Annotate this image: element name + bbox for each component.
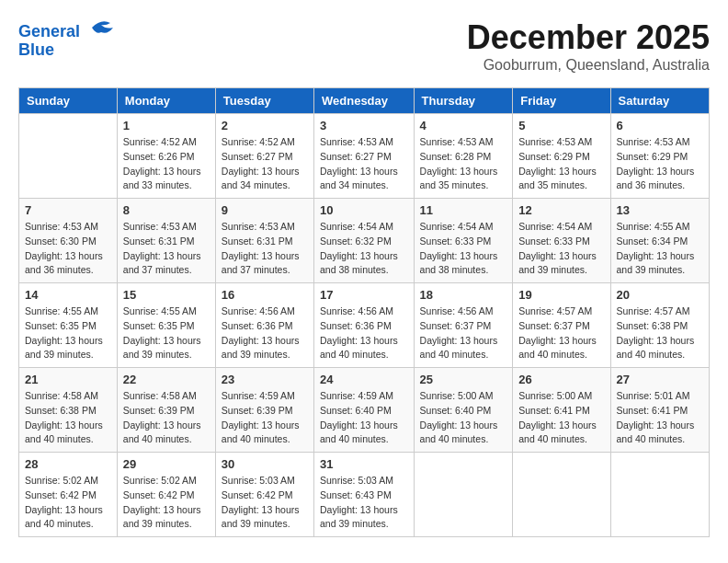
day-info: Sunrise: 4:56 AMSunset: 6:36 PMDaylight:…: [320, 304, 408, 362]
calendar-cell: 22Sunrise: 4:58 AMSunset: 6:39 PMDayligh…: [117, 368, 215, 453]
calendar-header-thursday: Thursday: [414, 88, 513, 114]
calendar-cell: 12Sunrise: 4:54 AMSunset: 6:33 PMDayligh…: [513, 199, 610, 283]
day-number: 26: [518, 373, 604, 386]
day-number: 15: [123, 288, 210, 302]
calendar-cell: 15Sunrise: 4:55 AMSunset: 6:35 PMDayligh…: [117, 283, 215, 368]
day-number: 11: [420, 203, 507, 217]
day-number: 9: [222, 203, 308, 217]
day-info: Sunrise: 4:53 AMSunset: 6:31 PMDaylight:…: [222, 220, 308, 278]
day-number: 31: [320, 457, 408, 471]
location-title: Gooburrum, Queensland, Australia: [467, 57, 710, 74]
day-number: 7: [25, 203, 111, 217]
calendar-cell: 31Sunrise: 5:03 AMSunset: 6:43 PMDayligh…: [314, 453, 415, 537]
day-number: 5: [518, 119, 604, 132]
calendar-cell: 29Sunrise: 5:02 AMSunset: 6:42 PMDayligh…: [117, 453, 215, 537]
calendar-cell: 3Sunrise: 4:53 AMSunset: 6:27 PMDaylight…: [314, 114, 415, 199]
day-number: 29: [123, 457, 210, 471]
day-number: 17: [320, 288, 408, 302]
logo-line1: General: [18, 18, 115, 41]
day-number: 23: [222, 373, 308, 386]
calendar-cell: 23Sunrise: 4:59 AMSunset: 6:39 PMDayligh…: [215, 368, 313, 453]
day-info: Sunrise: 5:02 AMSunset: 6:42 PMDaylight:…: [123, 474, 210, 532]
day-info: Sunrise: 5:02 AMSunset: 6:42 PMDaylight:…: [25, 474, 111, 532]
calendar-header-monday: Monday: [117, 88, 215, 114]
day-number: 6: [617, 119, 703, 132]
day-number: 2: [222, 119, 308, 132]
day-number: 3: [320, 119, 408, 132]
title-section: December 2025 Gooburrum, Queensland, Aus…: [467, 18, 710, 74]
calendar-header-tuesday: Tuesday: [215, 88, 313, 114]
calendar-cell: 14Sunrise: 4:55 AMSunset: 6:35 PMDayligh…: [19, 283, 118, 368]
calendar-cell: [19, 114, 118, 199]
calendar-cell: [513, 453, 610, 537]
day-number: 19: [518, 288, 604, 302]
calendar-cell: [610, 453, 709, 537]
calendar-cell: 18Sunrise: 4:56 AMSunset: 6:37 PMDayligh…: [414, 283, 513, 368]
logo-bird-icon: [87, 18, 115, 37]
day-info: Sunrise: 4:54 AMSunset: 6:32 PMDaylight:…: [320, 220, 408, 278]
calendar-cell: 2Sunrise: 4:52 AMSunset: 6:27 PMDaylight…: [215, 114, 313, 199]
calendar-cell: [414, 453, 513, 537]
calendar-cell: 7Sunrise: 4:53 AMSunset: 6:30 PMDaylight…: [19, 199, 118, 283]
calendar-cell: 13Sunrise: 4:55 AMSunset: 6:34 PMDayligh…: [610, 199, 709, 283]
day-info: Sunrise: 5:00 AMSunset: 6:40 PMDaylight:…: [420, 389, 507, 447]
month-title: December 2025: [467, 18, 710, 57]
day-info: Sunrise: 5:00 AMSunset: 6:41 PMDaylight:…: [518, 389, 604, 447]
logo-line2: Blue: [18, 41, 115, 60]
day-info: Sunrise: 4:52 AMSunset: 6:27 PMDaylight:…: [222, 135, 308, 193]
day-number: 4: [420, 119, 507, 132]
day-number: 21: [25, 373, 111, 386]
calendar-cell: 1Sunrise: 4:52 AMSunset: 6:26 PMDaylight…: [117, 114, 215, 199]
calendar-header-saturday: Saturday: [610, 88, 709, 114]
calendar-cell: 19Sunrise: 4:57 AMSunset: 6:37 PMDayligh…: [513, 283, 610, 368]
calendar-cell: 20Sunrise: 4:57 AMSunset: 6:38 PMDayligh…: [610, 283, 709, 368]
calendar-header-wednesday: Wednesday: [314, 88, 415, 114]
day-number: 24: [320, 373, 408, 386]
day-number: 30: [222, 457, 308, 471]
calendar-cell: 5Sunrise: 4:53 AMSunset: 6:29 PMDaylight…: [513, 114, 610, 199]
day-info: Sunrise: 4:53 AMSunset: 6:28 PMDaylight:…: [420, 135, 507, 193]
day-number: 10: [320, 203, 408, 217]
calendar-cell: 30Sunrise: 5:03 AMSunset: 6:42 PMDayligh…: [215, 453, 313, 537]
day-info: Sunrise: 4:57 AMSunset: 6:37 PMDaylight:…: [518, 304, 604, 362]
day-info: Sunrise: 4:56 AMSunset: 6:37 PMDaylight:…: [420, 304, 507, 362]
day-info: Sunrise: 5:01 AMSunset: 6:41 PMDaylight:…: [617, 389, 703, 447]
day-info: Sunrise: 4:57 AMSunset: 6:38 PMDaylight:…: [617, 304, 703, 362]
calendar-table: SundayMondayTuesdayWednesdayThursdayFrid…: [18, 87, 710, 537]
day-number: 14: [25, 288, 111, 302]
day-number: 8: [123, 203, 210, 217]
calendar-cell: 21Sunrise: 4:58 AMSunset: 6:38 PMDayligh…: [19, 368, 118, 453]
calendar-header-friday: Friday: [513, 88, 610, 114]
calendar-cell: 24Sunrise: 4:59 AMSunset: 6:40 PMDayligh…: [314, 368, 415, 453]
day-info: Sunrise: 4:55 AMSunset: 6:35 PMDaylight:…: [123, 304, 210, 362]
calendar-cell: 27Sunrise: 5:01 AMSunset: 6:41 PMDayligh…: [610, 368, 709, 453]
calendar-cell: 4Sunrise: 4:53 AMSunset: 6:28 PMDaylight…: [414, 114, 513, 199]
calendar-cell: 8Sunrise: 4:53 AMSunset: 6:31 PMDaylight…: [117, 199, 215, 283]
day-info: Sunrise: 4:53 AMSunset: 6:29 PMDaylight:…: [617, 135, 703, 193]
day-number: 12: [518, 203, 604, 217]
logo: General Blue: [18, 18, 115, 60]
day-info: Sunrise: 4:55 AMSunset: 6:35 PMDaylight:…: [25, 304, 111, 362]
day-number: 28: [25, 457, 111, 471]
day-number: 18: [420, 288, 507, 302]
calendar-cell: 25Sunrise: 5:00 AMSunset: 6:40 PMDayligh…: [414, 368, 513, 453]
day-info: Sunrise: 4:53 AMSunset: 6:30 PMDaylight:…: [25, 220, 111, 278]
day-info: Sunrise: 4:59 AMSunset: 6:39 PMDaylight:…: [222, 389, 308, 447]
calendar-cell: 11Sunrise: 4:54 AMSunset: 6:33 PMDayligh…: [414, 199, 513, 283]
day-number: 22: [123, 373, 210, 386]
day-number: 27: [617, 373, 703, 386]
day-number: 1: [123, 119, 210, 132]
day-info: Sunrise: 4:58 AMSunset: 6:39 PMDaylight:…: [123, 389, 210, 447]
day-info: Sunrise: 4:53 AMSunset: 6:27 PMDaylight:…: [320, 135, 408, 193]
day-info: Sunrise: 5:03 AMSunset: 6:42 PMDaylight:…: [222, 474, 308, 532]
day-number: 16: [222, 288, 308, 302]
day-info: Sunrise: 4:56 AMSunset: 6:36 PMDaylight:…: [222, 304, 308, 362]
calendar-header-sunday: Sunday: [19, 88, 118, 114]
calendar-cell: 6Sunrise: 4:53 AMSunset: 6:29 PMDaylight…: [610, 114, 709, 199]
day-info: Sunrise: 4:55 AMSunset: 6:34 PMDaylight:…: [617, 220, 703, 278]
calendar-cell: 26Sunrise: 5:00 AMSunset: 6:41 PMDayligh…: [513, 368, 610, 453]
day-info: Sunrise: 4:53 AMSunset: 6:29 PMDaylight:…: [518, 135, 604, 193]
day-number: 20: [617, 288, 703, 302]
day-info: Sunrise: 4:59 AMSunset: 6:40 PMDaylight:…: [320, 389, 408, 447]
day-info: Sunrise: 4:52 AMSunset: 6:26 PMDaylight:…: [123, 135, 210, 193]
